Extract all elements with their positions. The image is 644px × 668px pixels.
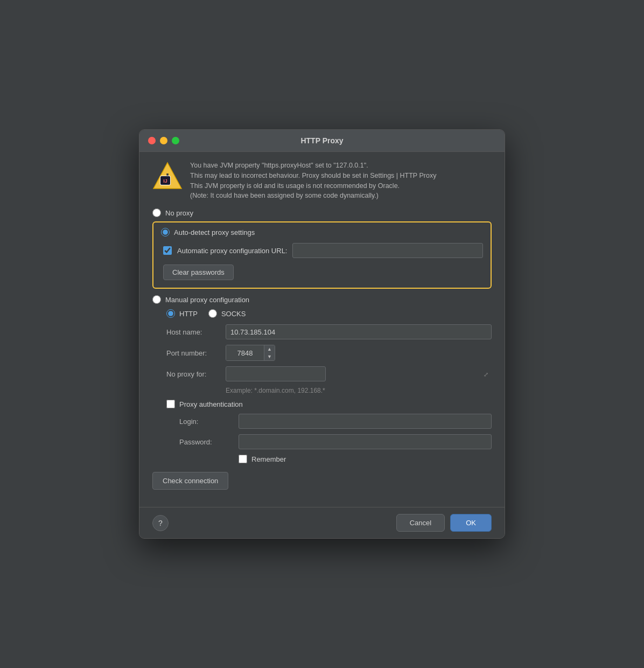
password-label: Password: bbox=[179, 438, 239, 446]
auto-config-url-input[interactable] bbox=[292, 243, 483, 258]
warning-banner: ! IJ You have JVM property "https.proxyH… bbox=[152, 161, 492, 201]
password-row: Password: bbox=[179, 434, 492, 449]
remember-checkbox[interactable] bbox=[239, 455, 247, 463]
http-label: HTTP bbox=[179, 310, 198, 318]
no-proxy-radio[interactable] bbox=[152, 208, 161, 217]
port-input-container: ▲ ▼ bbox=[226, 345, 275, 361]
footer-buttons: Cancel OK bbox=[396, 514, 492, 532]
warning-icon: ! IJ bbox=[152, 161, 183, 191]
http-proxy-dialog: HTTP Proxy ! IJ You have JVM property "h… bbox=[139, 129, 505, 539]
check-connection-button[interactable]: Check connection bbox=[152, 472, 228, 490]
dialog-body: ! IJ You have JVM property "https.proxyH… bbox=[139, 152, 505, 507]
svg-text:IJ: IJ bbox=[163, 178, 167, 184]
remember-row: Remember bbox=[239, 455, 492, 463]
cancel-button[interactable]: Cancel bbox=[396, 514, 445, 532]
login-input[interactable] bbox=[239, 414, 492, 429]
port-number-row: Port number: ▲ ▼ bbox=[166, 345, 492, 361]
host-name-label: Host name: bbox=[166, 328, 226, 336]
no-proxy-for-wrapper: ⤢ bbox=[226, 366, 492, 381]
manual-proxy-label: Manual proxy configuration bbox=[165, 296, 249, 304]
window-controls bbox=[148, 137, 179, 144]
clear-passwords-button[interactable]: Clear passwords bbox=[163, 265, 234, 280]
manual-proxy-header: Manual proxy configuration bbox=[152, 295, 492, 304]
port-number-input[interactable] bbox=[226, 345, 264, 360]
host-name-input[interactable] bbox=[226, 324, 492, 339]
expand-icon[interactable]: ⤢ bbox=[484, 371, 488, 378]
dialog-footer: ? Cancel OK bbox=[139, 507, 505, 538]
auto-detect-radio[interactable] bbox=[161, 228, 170, 236]
auto-config-url-row: Automatic proxy configuration URL: bbox=[163, 243, 483, 258]
minimize-button[interactable] bbox=[160, 137, 167, 144]
title-bar: HTTP Proxy bbox=[139, 130, 505, 152]
remember-label: Remember bbox=[251, 455, 286, 463]
auto-config-checkbox[interactable] bbox=[163, 246, 172, 255]
port-spinners: ▲ ▼ bbox=[264, 345, 275, 360]
no-proxy-for-input[interactable] bbox=[226, 366, 326, 381]
maximize-button[interactable] bbox=[172, 137, 179, 144]
auto-detect-box: Auto-detect proxy settings Automatic pro… bbox=[152, 221, 492, 289]
proxy-auth-checkbox[interactable] bbox=[166, 400, 175, 408]
close-button[interactable] bbox=[148, 137, 156, 144]
help-button[interactable]: ? bbox=[152, 515, 169, 531]
no-proxy-for-row: No proxy for: ⤢ bbox=[166, 366, 492, 381]
no-proxy-option[interactable]: No proxy bbox=[152, 208, 492, 217]
http-socks-row: HTTP SOCKS bbox=[166, 309, 492, 318]
socks-option[interactable]: SOCKS bbox=[208, 309, 246, 318]
auto-detect-header: Auto-detect proxy settings bbox=[161, 228, 483, 236]
no-proxy-for-label: No proxy for: bbox=[166, 370, 226, 378]
proxy-auth-row: Proxy authentication bbox=[166, 400, 492, 408]
port-number-label: Port number: bbox=[166, 349, 226, 357]
auto-detect-label: Auto-detect proxy settings bbox=[174, 228, 255, 236]
socks-radio[interactable] bbox=[208, 309, 217, 318]
host-name-row: Host name: bbox=[166, 324, 492, 339]
auto-config-label: Automatic proxy configuration URL: bbox=[177, 247, 287, 255]
port-up-button[interactable]: ▲ bbox=[264, 345, 275, 353]
dialog-title: HTTP Proxy bbox=[300, 136, 343, 145]
manual-proxy-radio[interactable] bbox=[152, 295, 161, 304]
socks-label: SOCKS bbox=[221, 310, 246, 318]
password-input[interactable] bbox=[239, 434, 492, 449]
manual-proxy-section: Manual proxy configuration HTTP SOCKS Ho… bbox=[152, 295, 492, 463]
no-proxy-label: No proxy bbox=[165, 209, 193, 217]
proxy-auth-label: Proxy authentication bbox=[179, 400, 243, 408]
http-radio[interactable] bbox=[166, 309, 175, 318]
login-row: Login: bbox=[179, 414, 492, 429]
port-down-button[interactable]: ▼ bbox=[264, 353, 275, 360]
login-label: Login: bbox=[179, 418, 239, 426]
http-option[interactable]: HTTP bbox=[166, 309, 198, 318]
warning-message: You have JVM property "https.proxyHost" … bbox=[190, 161, 436, 201]
ok-button[interactable]: OK bbox=[450, 514, 492, 532]
example-text: Example: *.domain.com, 192.168.* bbox=[226, 387, 492, 394]
